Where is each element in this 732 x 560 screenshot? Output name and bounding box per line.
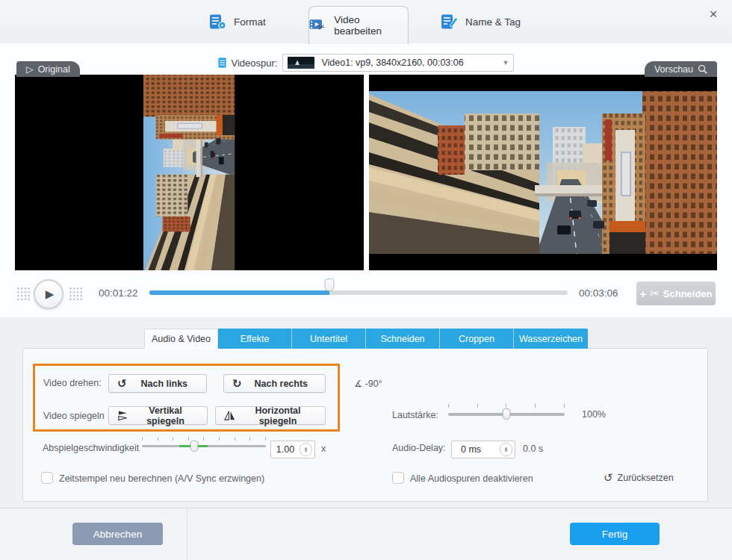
audio-delay-value: 0 ms bbox=[452, 444, 500, 455]
rotate-flip-highlight bbox=[33, 364, 340, 432]
reset-button[interactable]: ↺ Zurücksetzen bbox=[604, 471, 674, 485]
videospur-row: Videospur: Video1: vp9, 3840x2160, 00:03… bbox=[0, 54, 732, 72]
schneiden-button[interactable]: + ✂ Schneiden bbox=[636, 281, 716, 305]
tab-format[interactable]: Format bbox=[209, 0, 266, 43]
reset-label: Zurücksetzen bbox=[618, 473, 674, 483]
speed-input[interactable]: 1.00 ▲ ▼ bbox=[270, 441, 315, 458]
chevron-down-icon: ▼ bbox=[503, 59, 509, 66]
speed-slider[interactable] bbox=[142, 445, 266, 447]
speed-label: Abspielgeschwindigkeit bbox=[43, 443, 139, 453]
done-button[interactable]: Fertig bbox=[570, 523, 660, 545]
timestamp-checkbox[interactable] bbox=[41, 472, 53, 484]
speed-unit: x bbox=[321, 444, 326, 454]
format-icon bbox=[209, 14, 227, 30]
audiotracks-checkbox-label: Alle Audiospuren deaktivieren bbox=[410, 473, 533, 484]
volume-slider[interactable] bbox=[448, 413, 565, 416]
volume-value: 100% bbox=[582, 409, 606, 420]
tab-croppen[interactable]: Croppen bbox=[440, 329, 514, 349]
audio-delay-seconds: 0.0 s bbox=[523, 444, 543, 454]
tab-format-label: Format bbox=[234, 16, 266, 28]
audio-delay-label: Audio-Delay: bbox=[392, 443, 446, 453]
timeline-fill bbox=[149, 290, 329, 295]
editor-tabs: Audio & Video Effekte Untertitel Schneid… bbox=[144, 329, 588, 349]
total-time: 00:03:06 bbox=[579, 287, 618, 299]
titlebar: Format ✂ Video bearbeiten Name & Tag × bbox=[0, 0, 732, 44]
play-button[interactable]: ▶ bbox=[34, 279, 63, 309]
original-video-frame bbox=[134, 75, 244, 270]
angle-icon: ∡ bbox=[354, 379, 362, 389]
spinner-down-icon: ▼ bbox=[304, 449, 308, 452]
video-edit-dialog: Format ✂ Video bearbeiten Name & Tag × bbox=[0, 0, 732, 560]
videospur-label: Videospur: bbox=[232, 57, 278, 69]
tab-effekte[interactable]: Effekte bbox=[218, 329, 292, 349]
speed-value: 1.00 bbox=[271, 444, 300, 455]
angle-value: -90° bbox=[365, 379, 382, 389]
tab-untertitel[interactable]: Untertitel bbox=[292, 329, 366, 349]
original-label: Original bbox=[38, 64, 70, 75]
speed-ticks bbox=[142, 437, 266, 441]
tab-schneiden[interactable]: Schneiden bbox=[366, 329, 440, 349]
tab-name-tag[interactable]: Name & Tag bbox=[441, 0, 521, 43]
original-tab[interactable]: ▷ Original bbox=[16, 61, 80, 77]
tab-name-tag-label: Name & Tag bbox=[465, 16, 521, 28]
preview-stage: Videospur: Video1: vp9, 3840x2160, 00:03… bbox=[0, 43, 732, 317]
schneiden-label: Schneiden bbox=[663, 288, 713, 299]
vorschau-label: Vorschau bbox=[654, 64, 693, 75]
scissors-icon: ✂ bbox=[650, 287, 660, 300]
tab-video-bearbeiten-label: Video bearbeiten bbox=[334, 14, 408, 37]
result-video-frame bbox=[369, 75, 717, 270]
magnifier-icon bbox=[698, 64, 707, 74]
timeline-handle[interactable] bbox=[324, 279, 334, 291]
result-video-preview[interactable] bbox=[369, 75, 717, 270]
play-outline-icon: ▷ bbox=[26, 63, 34, 75]
video-edit-icon: ✂ bbox=[309, 18, 328, 33]
volume-handle[interactable] bbox=[503, 408, 511, 420]
videotrack-select[interactable]: Video1: vp9, 3840x2160, 00:03:06 ▼ bbox=[282, 54, 514, 72]
volume-label: Lautstärke: bbox=[392, 410, 438, 420]
videotrack-icon bbox=[218, 57, 226, 68]
footer: Abbrechen Fertig bbox=[0, 508, 732, 560]
spinner-down-icon: ▼ bbox=[504, 449, 509, 452]
audio-delay-spinner[interactable]: ▲ ▼ bbox=[500, 443, 512, 456]
play-icon: ▶ bbox=[46, 287, 55, 301]
vorschau-tab[interactable]: Vorschau bbox=[645, 61, 717, 77]
name-tag-icon bbox=[441, 14, 459, 30]
angle-readout: ∡ -90° bbox=[354, 378, 382, 389]
current-time: 00:01:22 bbox=[99, 287, 138, 299]
footer-divider bbox=[187, 508, 187, 560]
volume-ticks bbox=[448, 404, 565, 408]
videotrack-thumbnail bbox=[288, 57, 314, 69]
speed-spinner[interactable]: ▲ ▼ bbox=[300, 443, 312, 456]
cancel-button[interactable]: Abbrechen bbox=[72, 523, 163, 545]
audio-delay-input[interactable]: 0 ms ▲ ▼ bbox=[451, 441, 515, 458]
plus-icon: + bbox=[639, 287, 646, 300]
close-icon[interactable]: × bbox=[704, 4, 723, 24]
editor-section: Audio & Video Effekte Untertitel Schneid… bbox=[0, 317, 732, 508]
videotrack-value: Video1: vp9, 3840x2160, 00:03:06 bbox=[321, 57, 495, 68]
tab-wasserzeichen[interactable]: Wasserzeichen bbox=[514, 329, 588, 349]
drag-handle-left[interactable] bbox=[16, 287, 31, 301]
svg-text:✂: ✂ bbox=[317, 21, 327, 32]
tab-video-bearbeiten[interactable]: ✂ Video bearbeiten bbox=[308, 6, 409, 44]
reset-icon: ↺ bbox=[604, 471, 613, 485]
drag-handle-right[interactable] bbox=[69, 287, 83, 301]
speed-handle[interactable] bbox=[190, 441, 198, 452]
tab-audio-video[interactable]: Audio & Video bbox=[144, 329, 218, 349]
original-video-preview[interactable] bbox=[15, 75, 364, 270]
timestamp-checkbox-label: Zeitstempel neu berechnen (A/V Sync erzw… bbox=[59, 473, 264, 484]
audiotracks-checkbox[interactable] bbox=[392, 472, 404, 484]
timeline-track[interactable] bbox=[149, 290, 568, 295]
